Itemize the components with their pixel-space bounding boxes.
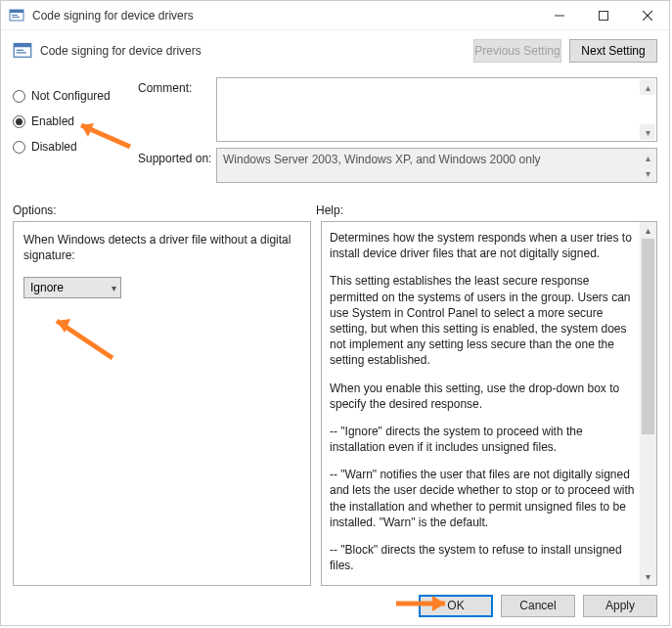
upper-section: Not Configured Enabled Disabled Comment:… [1, 71, 669, 194]
state-radio-group: Not Configured Enabled Disabled [13, 77, 138, 194]
comment-textarea[interactable]: ▴ ▾ [216, 77, 657, 142]
supported-on-box: Windows Server 2003, Windows XP, and Win… [216, 148, 657, 183]
next-setting-button[interactable]: Next Setting [569, 39, 657, 63]
supported-label: Supported on: [138, 148, 216, 183]
scroll-up-icon[interactable]: ▴ [640, 222, 656, 239]
radio-icon [13, 141, 25, 154]
window-title: Code signing for device drivers [32, 9, 537, 22]
help-paragraph: -- "Warn" notifies the user that files a… [330, 467, 637, 530]
chevron-down-icon: ▾ [112, 283, 116, 293]
enabled-radio[interactable]: Enabled [13, 109, 138, 134]
radio-label: Not Configured [31, 89, 111, 103]
options-panel: When Windows detects a driver file witho… [13, 221, 311, 586]
help-scrollbar[interactable]: ▴ ▾ [640, 222, 656, 585]
lower-section: When Windows detects a driver file witho… [1, 221, 669, 586]
close-button[interactable] [625, 1, 669, 29]
svg-rect-11 [17, 52, 26, 53]
svg-rect-9 [14, 44, 31, 48]
cancel-button[interactable]: Cancel [501, 595, 575, 617]
previous-setting-button: Previous Setting [473, 39, 561, 63]
app-icon [9, 8, 24, 23]
help-paragraph: This setting establishes the least secur… [330, 273, 637, 368]
scrollbar-track[interactable] [640, 239, 656, 568]
scroll-down-icon[interactable]: ▾ [640, 568, 656, 585]
policy-icon [13, 41, 32, 61]
radio-label: Disabled [31, 140, 77, 154]
help-heading: Help: [316, 203, 657, 217]
comment-label: Comment: [138, 77, 216, 142]
header-row: Code signing for device drivers Previous… [1, 30, 669, 71]
radio-icon [13, 115, 25, 128]
help-panel: Determines how the system responds when … [321, 221, 657, 586]
maximize-button[interactable] [581, 1, 625, 29]
button-bar: OK Cancel Apply [1, 586, 669, 625]
svg-rect-3 [12, 17, 20, 18]
supported-row: Supported on: Windows Server 2003, Windo… [138, 148, 657, 183]
scroll-up-button[interactable]: ▴ [640, 79, 655, 95]
svg-rect-5 [599, 11, 607, 20]
not-configured-radio[interactable]: Not Configured [13, 83, 138, 109]
window-controls [537, 1, 669, 29]
svg-rect-10 [17, 50, 24, 51]
options-prompt: When Windows detects a driver file witho… [23, 232, 300, 263]
comment-row: Comment: ▴ ▾ [138, 77, 657, 142]
title-bar: Code signing for device drivers [1, 1, 669, 30]
help-paragraph: -- "Block" directs the system to refuse … [330, 542, 637, 573]
minimize-button[interactable] [537, 1, 581, 29]
help-paragraph: Determines how the system responds when … [330, 230, 637, 261]
ok-button[interactable]: OK [419, 595, 493, 617]
svg-rect-1 [10, 10, 23, 13]
help-paragraph: When you enable this setting, use the dr… [330, 381, 637, 412]
dropdown-value: Ignore [30, 281, 64, 294]
radio-label: Enabled [31, 114, 74, 128]
policy-title: Code signing for device drivers [40, 44, 466, 58]
options-heading: Options: [13, 203, 316, 217]
supported-value: Windows Server 2003, Windows XP, and Win… [223, 153, 541, 166]
radio-icon [13, 90, 25, 103]
apply-button[interactable]: Apply [583, 595, 657, 617]
disabled-radio[interactable]: Disabled [13, 134, 138, 159]
scroll-up-button[interactable]: ▴ [640, 150, 655, 165]
scrollbar-thumb[interactable] [642, 239, 654, 434]
scroll-down-button[interactable]: ▾ [640, 124, 655, 140]
section-labels: Options: Help: [1, 194, 669, 221]
help-paragraph: -- "Ignore" directs the system to procee… [330, 424, 637, 455]
right-fields: Comment: ▴ ▾ Supported on: Windows Serve… [138, 77, 657, 194]
signature-action-dropdown[interactable]: Ignore ▾ [23, 277, 121, 298]
svg-rect-2 [12, 15, 18, 16]
scroll-down-button[interactable]: ▾ [640, 165, 655, 181]
dialog-window: Code signing for device drivers Code sig… [0, 0, 670, 626]
